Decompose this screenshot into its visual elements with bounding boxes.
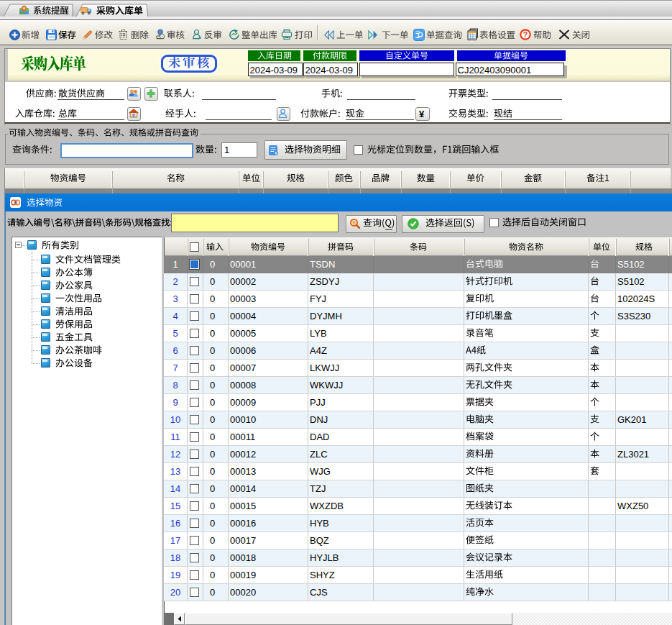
svg-text:?: ? xyxy=(523,30,528,39)
